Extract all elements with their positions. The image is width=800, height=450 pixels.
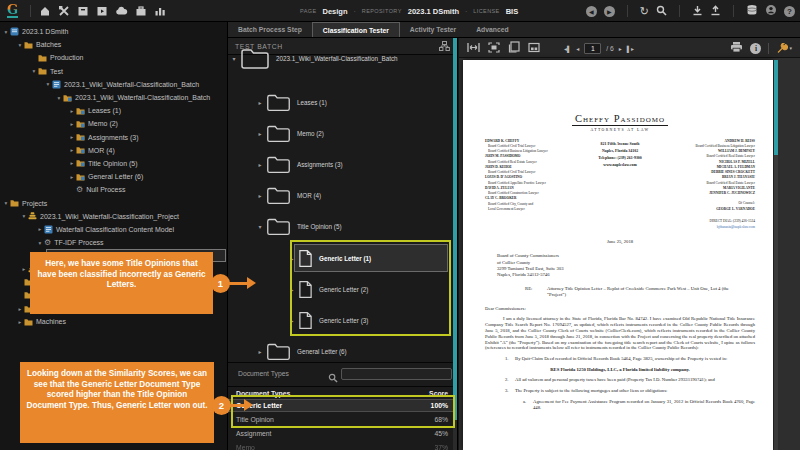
tab-activity-tester[interactable]: Activity Tester xyxy=(400,22,466,37)
doc-type-score: 45% xyxy=(434,430,448,437)
document-label: Generic Letter (1) xyxy=(319,255,371,262)
media-box-icon[interactable] xyxy=(96,5,108,17)
thumbnail-view-icon[interactable] xyxy=(528,39,540,57)
page-total-label: / 6 xyxy=(606,45,614,52)
gear-icon: ⚙ xyxy=(76,186,83,194)
folder-icon xyxy=(24,318,33,326)
tree-item-leases[interactable]: ▸Leases (1) xyxy=(0,104,227,117)
batch-folder-icon xyxy=(76,107,85,115)
test-batch-panel: TEST BATCH ▾ 2023.1_Wiki_Waterfall-Class… xyxy=(228,38,458,450)
app-logo[interactable]: G xyxy=(7,3,18,18)
back-button[interactable]: ◀ xyxy=(586,6,597,17)
refresh-icon[interactable]: ↻ xyxy=(640,6,649,17)
hierarchy-icon[interactable] xyxy=(439,41,450,52)
folder-icon xyxy=(38,67,47,75)
last-page-button[interactable]: ▌▸ xyxy=(627,45,634,52)
document-types-search-input[interactable] xyxy=(341,368,452,380)
batch-icon xyxy=(52,80,61,89)
folder-node-general-letter[interactable]: ▸General Letter (6) xyxy=(254,337,347,365)
doc-type-row-memo[interactable]: Memo 37% xyxy=(228,441,458,450)
briefcase-icon[interactable] xyxy=(135,5,147,17)
page-value[interactable]: Design xyxy=(322,7,347,16)
doc-node-generic-letter-2[interactable]: ▸Generic Letter (2) xyxy=(286,275,368,303)
email-link[interactable]: bjthanasiu@napleslaw.com xyxy=(485,225,755,231)
callout-2-badge: 2 xyxy=(212,396,231,415)
search-icon[interactable] xyxy=(656,2,667,20)
tree-item-tfidf-process[interactable]: ▾⚙TF-IDF Process xyxy=(0,236,227,249)
tab-classification-tester[interactable]: Classification Tester xyxy=(312,22,400,37)
document-scrollbar[interactable] xyxy=(774,60,778,450)
tree-item-label: 2023.1_Wiki_Waterfall-Classification_Pro… xyxy=(40,213,179,220)
upload-icon[interactable] xyxy=(710,2,721,20)
forward-button[interactable]: ▶ xyxy=(604,6,615,17)
tree-item-null-process[interactable]: ⚙Null Process xyxy=(0,183,227,196)
user-icon[interactable] xyxy=(765,2,777,20)
folder-node-assignments[interactable]: ▸Assignments (3) xyxy=(254,150,343,178)
tree-item-label: Memo (2) xyxy=(88,120,118,127)
prev-page-button[interactable]: ◂ xyxy=(576,45,579,52)
fit-page-icon[interactable] xyxy=(488,39,500,57)
tree-item-general-letter[interactable]: ▸General Letter (6) xyxy=(0,170,227,183)
help-icon[interactable]: ? xyxy=(784,6,795,17)
repository-value[interactable]: 2023.1 DSmith xyxy=(408,7,459,16)
divider xyxy=(627,5,628,17)
separator-dot: · xyxy=(354,8,356,15)
tree-item-batches[interactable]: ▾Batches xyxy=(0,38,227,51)
tab-batch-process-step[interactable]: Batch Process Step xyxy=(228,22,312,37)
tree-item-project[interactable]: ▾2023.1_Wiki_Waterfall-Classification_Pr… xyxy=(0,210,227,223)
download-icon[interactable] xyxy=(692,2,703,20)
letter-list-item-2: 2.All ad valorem and personal property t… xyxy=(505,377,755,383)
folder-icon xyxy=(266,155,291,174)
tree-item-title-opinion[interactable]: ▸Title Opinion (5) xyxy=(0,157,227,170)
tree-item-batch-folder[interactable]: ▾2023.1_Wiki_Waterfall-Classification_Ba… xyxy=(0,91,227,104)
doc-type-name: Title Opinion xyxy=(236,416,274,423)
license-value[interactable]: BIS xyxy=(506,7,519,16)
fit-width-icon[interactable] xyxy=(467,39,480,57)
callout-1-text: Here, we have some Title Opinions that h… xyxy=(38,259,206,289)
folder-node-memo[interactable]: ▸Memo (2) xyxy=(254,119,324,147)
tree-item-label: Projects xyxy=(22,200,47,207)
next-page-button[interactable]: ▸ xyxy=(619,45,622,52)
batch-root-node[interactable]: ▾ 2023.1_Wiki_Waterfall-Classification_B… xyxy=(228,44,398,72)
pages-icon[interactable] xyxy=(508,39,520,57)
document-page[interactable]: Cheffy Passidomo ATTORNEYS AT LAW EDWARD… xyxy=(463,60,773,450)
folder-node-leases[interactable]: ▸Leases (1) xyxy=(254,88,327,116)
export-tool-button[interactable]: ▾ xyxy=(776,43,792,54)
page-number-input[interactable] xyxy=(584,43,601,54)
doc-type-row-assignment[interactable]: Assignment 45% xyxy=(228,427,458,440)
tree-item-label: 2023.1_Wiki_Waterfall-Classification_Bat… xyxy=(75,94,210,101)
tree-item-machines[interactable]: ▸Machines xyxy=(0,315,227,328)
re-line: RE: Attorney Title Opinion Letter – Repl… xyxy=(525,286,746,298)
tree-item-production[interactable]: Production xyxy=(0,51,227,64)
doc-type-row-title-opinion[interactable]: Title Opinion 68% xyxy=(228,413,458,426)
first-page-button[interactable]: ◂▌ xyxy=(564,45,571,52)
tree-item-projects[interactable]: ▾Projects xyxy=(0,196,227,209)
print-button[interactable] xyxy=(730,39,743,57)
tab-advanced[interactable]: Advanced xyxy=(466,22,518,37)
doc-node-generic-letter-1[interactable]: ▸Generic Letter (1) xyxy=(286,244,371,272)
tree-item-assignments[interactable]: ▸Assignments (3) xyxy=(0,131,227,144)
info-button[interactable]: i xyxy=(750,43,761,54)
cloud-icon[interactable] xyxy=(115,5,128,17)
doc-type-row-generic-letter[interactable]: Generic Letter 100% xyxy=(228,399,458,412)
bar-chart-icon[interactable] xyxy=(154,5,166,17)
folder-node-title-opinion[interactable]: ▾Title Opinion (5) xyxy=(254,212,342,240)
tools-icon[interactable] xyxy=(58,5,70,17)
tree-item-content-model[interactable]: ▸Waterfall Classification Content Model xyxy=(0,223,227,236)
tree-item-mor[interactable]: ▸MOR (4) xyxy=(0,144,227,157)
folder-icon xyxy=(266,124,291,143)
tree-item-memo[interactable]: ▸Memo (2) xyxy=(0,117,227,130)
tree-item-label: 2023.1_Wiki_Waterfall-Classification_Bat… xyxy=(64,81,199,88)
folder-node-mor[interactable]: ▸MOR (4) xyxy=(254,181,321,209)
tree-item-batch[interactable]: ▾2023.1_Wiki_Waterfall-Classification_Ba… xyxy=(0,78,227,91)
letter-list-item-1: 1.By Quit-Claim Deed recorded in Officia… xyxy=(505,356,755,362)
middle-panel-scrollbar[interactable] xyxy=(453,38,457,450)
document-types-table-header: Document Types Score xyxy=(228,386,458,399)
home-icon[interactable] xyxy=(39,5,51,17)
tree-item-test[interactable]: ▾Test xyxy=(0,65,227,78)
archive-icon[interactable] xyxy=(77,5,89,17)
batch-folder-icon xyxy=(63,94,72,102)
doc-node-generic-letter-3[interactable]: ▸Generic Letter (3) xyxy=(286,306,368,334)
database-icon[interactable] xyxy=(746,2,758,20)
tree-item-repository[interactable]: ▾2023.1 DSmith xyxy=(0,25,227,38)
